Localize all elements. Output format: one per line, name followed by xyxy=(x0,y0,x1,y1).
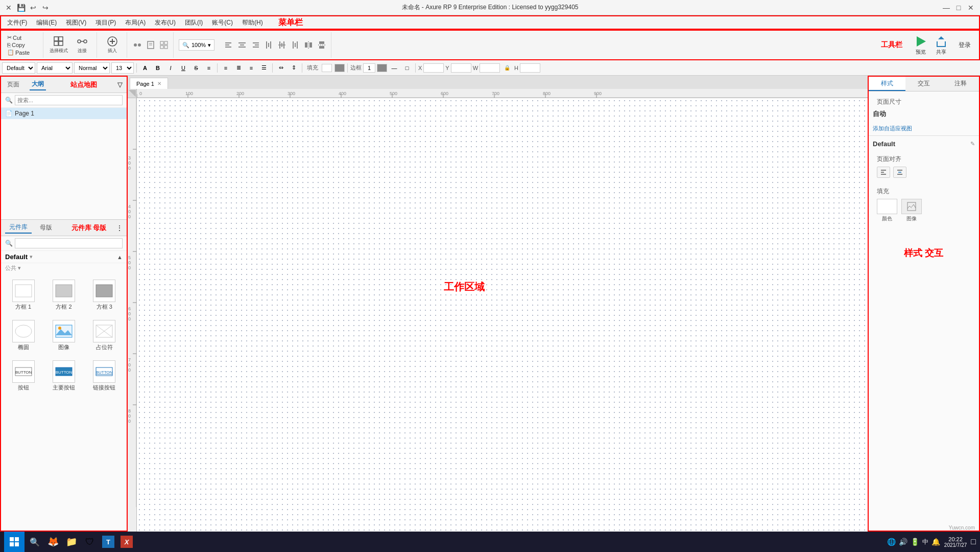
widget-box3[interactable]: 方框 3 xyxy=(86,277,123,313)
connect-button[interactable]: 连接 xyxy=(71,34,93,56)
taskbar-axure[interactable]: X xyxy=(118,534,135,550)
tab-style[interactable]: 样式 xyxy=(869,77,905,91)
save-icon[interactable]: 💾 xyxy=(16,3,26,12)
list-button[interactable]: ≡ xyxy=(203,62,214,74)
control-point-button[interactable] xyxy=(131,39,144,51)
tab-interact[interactable]: 交互 xyxy=(905,77,942,91)
widget-button[interactable]: BUTTON 按钮 xyxy=(5,358,41,394)
justify-button[interactable]: ☰ xyxy=(258,62,270,74)
bold-b-button[interactable]: B xyxy=(152,62,163,74)
w-input[interactable] xyxy=(480,63,500,73)
align-text-center-button[interactable]: ≣ xyxy=(233,62,244,74)
menu-project[interactable]: 项目(P) xyxy=(91,17,120,29)
taskbar-firefox[interactable]: 🦊 xyxy=(45,534,61,550)
cut-button[interactable]: ✂ Cut xyxy=(5,34,41,41)
distribute-v-button[interactable] xyxy=(316,39,328,51)
zoom-input[interactable]: 🔍 100% ▾ xyxy=(179,39,214,51)
tab-notes[interactable]: 注释 xyxy=(942,77,979,91)
canvas-tab-page1[interactable]: Page 1 ✕ xyxy=(130,78,168,89)
h-input[interactable] xyxy=(520,63,540,73)
italic-button[interactable]: I xyxy=(165,62,176,74)
page-item-page1[interactable]: 📄 Page 1 xyxy=(1,108,127,119)
undo-icon[interactable]: ↩ xyxy=(29,3,38,12)
align-right-button[interactable] xyxy=(249,39,261,51)
distribute-h-button[interactable] xyxy=(302,39,315,51)
page-button[interactable] xyxy=(145,39,157,51)
widget-oval[interactable]: 椭圆 xyxy=(5,317,41,354)
filter-icon[interactable]: ▽ xyxy=(117,81,123,88)
font-size-select[interactable]: 13 xyxy=(111,62,134,74)
tab-pages[interactable]: 页面 xyxy=(5,79,21,90)
widget-link-btn[interactable]: BUTTON 链接按钮 xyxy=(86,358,123,394)
align-left-button[interactable] xyxy=(223,39,235,51)
widget-box1[interactable]: 方框 1 xyxy=(5,277,41,313)
menu-team[interactable]: 团队(I) xyxy=(181,17,207,29)
fill-image-option[interactable]: 图像 xyxy=(901,199,922,222)
align-center-button[interactable] xyxy=(236,39,248,51)
tab-library[interactable]: 元件库 xyxy=(5,222,32,234)
menu-account[interactable]: 账号(C) xyxy=(208,17,237,29)
login-button[interactable]: 登录 xyxy=(954,41,975,50)
taskbar-typora[interactable]: T xyxy=(100,534,116,550)
y-input[interactable] xyxy=(451,63,471,73)
line-height-button[interactable]: ⇕ xyxy=(288,62,299,74)
taskbar-search[interactable]: 🔍 xyxy=(27,534,43,550)
add-adaptive-link[interactable]: 添加自适应视图 xyxy=(873,125,912,131)
select-mode-button[interactable]: 选择模式 xyxy=(47,34,70,56)
border-width-input[interactable] xyxy=(363,63,375,73)
taskbar-files[interactable]: 📁 xyxy=(63,534,80,550)
border-color-swatch[interactable] xyxy=(377,64,387,72)
action-center-icon[interactable]: □ xyxy=(971,537,976,546)
menu-layout[interactable]: 布局(A) xyxy=(121,17,150,29)
widget-placeholder[interactable]: 占位符 xyxy=(86,317,123,354)
lock-ratio-button[interactable]: 🔒 xyxy=(501,62,513,74)
align-middle-button[interactable] xyxy=(276,39,288,51)
preview-button[interactable]: 预览 xyxy=(914,34,928,56)
widget-primary-btn[interactable]: BUTTON 主要按钮 xyxy=(45,358,82,394)
library-more-icon[interactable]: ⋮ xyxy=(116,224,123,232)
minimize-button[interactable]: — xyxy=(941,3,951,13)
fill-secondary-swatch[interactable] xyxy=(334,64,345,72)
text-spacing-button[interactable]: ⇔ xyxy=(275,62,286,74)
size-normal-select[interactable]: Normal xyxy=(74,62,110,74)
tab-masters[interactable]: 母版 xyxy=(36,222,56,233)
insert-button[interactable]: 插入 xyxy=(101,34,124,56)
border-style-button[interactable]: — xyxy=(389,62,400,74)
menu-help[interactable]: 帮助(H) xyxy=(238,17,267,29)
align-text-right-button[interactable]: ≡ xyxy=(246,62,257,74)
start-button[interactable] xyxy=(4,532,25,552)
align-left-page-button[interactable] xyxy=(877,167,890,178)
window-close-button[interactable]: ✕ xyxy=(966,3,976,13)
align-text-left-button[interactable]: ≡ xyxy=(220,62,231,74)
menu-view[interactable]: 视图(V) xyxy=(62,17,90,29)
tab-outline[interactable]: 大纲 xyxy=(30,79,46,90)
paste-button[interactable]: 📋 Paste xyxy=(5,49,41,56)
grid-button[interactable] xyxy=(158,39,170,51)
canvas-tab-close-icon[interactable]: ✕ xyxy=(157,81,161,86)
pages-search-input[interactable] xyxy=(15,95,123,105)
fill-color-swatch[interactable] xyxy=(322,64,332,72)
widget-box2[interactable]: 方框 2 xyxy=(45,277,82,313)
maximize-button[interactable]: □ xyxy=(953,3,964,13)
align-top-button[interactable] xyxy=(262,39,275,51)
align-center-page-button[interactable] xyxy=(893,167,906,178)
menu-edit[interactable]: 编辑(E) xyxy=(32,17,61,29)
align-bottom-button[interactable] xyxy=(289,39,301,51)
widget-image[interactable]: 图像 xyxy=(45,317,82,354)
font-select[interactable]: Arial xyxy=(37,62,73,74)
fill-color-option[interactable]: 颜色 xyxy=(877,199,897,222)
border-position-button[interactable]: □ xyxy=(401,62,413,74)
bold-button[interactable]: A xyxy=(139,62,151,74)
underline-button[interactable]: U xyxy=(178,62,189,74)
x-input[interactable] xyxy=(423,63,444,73)
library-search-input[interactable] xyxy=(15,238,123,248)
redo-icon[interactable]: ↪ xyxy=(41,3,50,12)
copy-button[interactable]: ⎘ Copy xyxy=(5,41,41,49)
style-select[interactable]: Default xyxy=(2,62,35,74)
library-scroll-up[interactable]: ▲ xyxy=(117,254,123,260)
canvas-main[interactable]: 工作区域 xyxy=(137,98,868,532)
taskbar-security[interactable]: 🛡 xyxy=(82,534,98,550)
style-edit-button[interactable]: ✎ xyxy=(970,141,975,147)
share-button[interactable]: 共享 xyxy=(934,34,948,56)
menu-publish[interactable]: 发布(U) xyxy=(151,17,180,29)
